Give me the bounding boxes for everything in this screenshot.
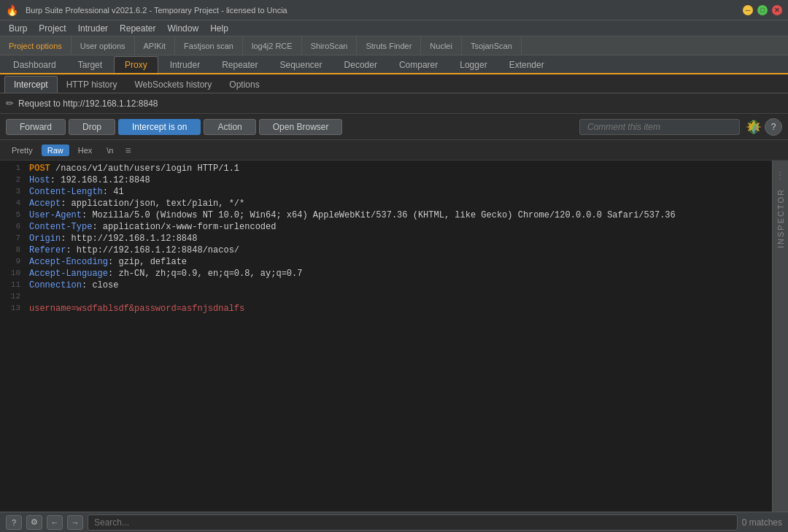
editor-body: 1 POST /nacos/v1/auth/users/login HTTP/1… [0, 161, 788, 512]
subtab-http-history[interactable]: HTTP history [58, 77, 126, 93]
tab-dashboard[interactable]: Dashboard [3, 57, 66, 73]
editor-tab-pretty[interactable]: Pretty [6, 144, 39, 156]
maximize-button[interactable]: □ [757, 5, 768, 15]
status-bar: ? ⚙ ← → 0 matches [0, 512, 788, 532]
code-line-10: 10 Accept-Language: zh-CN, zh;q=0.9, en;… [0, 269, 772, 280]
menu-repeater[interactable]: Repeater [114, 22, 161, 35]
help-button[interactable]: ? [765, 118, 782, 136]
app-logo: 🔥 [6, 4, 18, 16]
request-header: ✏ Request to http://192.168.1.12:8848 [0, 93, 788, 114]
code-line-8: 8 Referer: http://192.168.1.12:8848/naco… [0, 245, 772, 257]
editor-toolbar: Pretty Raw Hex \n ≡ [0, 140, 788, 161]
toolbar-project-options[interactable]: Project options [0, 36, 72, 55]
code-line-7: 7 Origin: http://192.168.1.12:8848 [0, 234, 772, 245]
editor-menu-icon[interactable]: ≡ [125, 144, 131, 156]
tab-sequencer[interactable]: Sequencer [270, 57, 333, 73]
tab-extender[interactable]: Extender [499, 57, 555, 73]
editor-tab-hex[interactable]: Hex [72, 144, 98, 156]
toolbar-shiroscan[interactable]: ShiroScan [302, 36, 358, 55]
tab-target[interactable]: Target [68, 57, 112, 73]
drop-button[interactable]: Drop [69, 119, 115, 135]
forward-nav-button[interactable]: → [67, 515, 83, 530]
tab-logger[interactable]: Logger [449, 57, 497, 73]
subtab-websockets[interactable]: WebSockets history [126, 77, 221, 93]
subtab-intercept[interactable]: Intercept [4, 76, 58, 93]
editor-tab-raw[interactable]: Raw [42, 144, 69, 156]
toolbar-tsojan[interactable]: TsojanScan [462, 36, 522, 55]
action-button[interactable]: Action [204, 119, 255, 135]
menu-bar: Burp Project Intruder Repeater Window He… [0, 20, 788, 36]
inspector-sidebar: ⋮ INSPECTOR [772, 161, 788, 512]
toolbar-user-options[interactable]: User options [72, 36, 135, 55]
menu-project[interactable]: Project [33, 22, 72, 35]
code-line-3: 3 Content-Length: 41 [0, 187, 772, 198]
tab-proxy[interactable]: Proxy [114, 56, 158, 73]
minimize-button[interactable]: ─ [743, 5, 753, 15]
burp-leaf-icon [746, 119, 762, 135]
help-status-button[interactable]: ? [6, 515, 22, 530]
toolbar-apikit[interactable]: APIKit [135, 36, 176, 55]
comment-input[interactable] [579, 119, 740, 135]
sub-nav: Intercept HTTP history WebSockets histor… [0, 74, 788, 93]
close-button[interactable]: ✕ [772, 5, 782, 15]
request-url: Request to http://192.168.1.12:8848 [18, 99, 158, 109]
action-bar: Forward Drop Intercept is on Action Open… [0, 114, 788, 140]
inspector-dots: ⋮ [775, 169, 786, 181]
code-line-11: 11 Connection: close [0, 280, 772, 292]
code-line-13: 13 username=wsdfablsdf&password=asfnjsdn… [0, 304, 772, 315]
inspector-label: INSPECTOR [776, 188, 785, 248]
edit-icon: ✏ [6, 98, 14, 109]
top-toolbar: Project options User options APIKit Fast… [0, 36, 788, 55]
code-line-1: 1 POST /nacos/v1/auth/users/login HTTP/1… [0, 163, 772, 175]
tab-repeater[interactable]: Repeater [212, 57, 268, 73]
menu-help[interactable]: Help [204, 22, 234, 35]
toolbar-log4j2[interactable]: log4j2 RCE [243, 36, 302, 55]
search-input[interactable] [88, 514, 738, 531]
title-bar: 🔥 Burp Suite Professional v2021.6.2 - Te… [0, 0, 788, 20]
tab-decoder[interactable]: Decoder [334, 57, 387, 73]
tab-comparer[interactable]: Comparer [389, 57, 448, 73]
menu-intruder[interactable]: Intruder [72, 22, 114, 35]
open-browser-button[interactable]: Open Browser [259, 119, 343, 135]
menu-window[interactable]: Window [161, 22, 204, 35]
editor-tab-newline[interactable]: \n [101, 144, 119, 156]
toolbar-struts[interactable]: Struts Finder [357, 36, 421, 55]
toolbar-fastjson[interactable]: Fastjson scan [175, 36, 243, 55]
code-line-2: 2 Host: 192.168.1.12:8848 [0, 175, 772, 187]
menu-burp[interactable]: Burp [3, 22, 33, 35]
matches-label: 0 matches [742, 517, 782, 528]
toolbar-nuclei[interactable]: Nuclei [421, 36, 462, 55]
subtab-options[interactable]: Options [220, 77, 268, 93]
forward-button[interactable]: Forward [6, 119, 66, 135]
code-line-4: 4 Accept: application/json, text/plain, … [0, 198, 772, 210]
intercept-button[interactable]: Intercept is on [118, 119, 201, 135]
code-line-5: 5 User-Agent: Mozilla/5.0 (Windows NT 10… [0, 210, 772, 222]
code-editor[interactable]: 1 POST /nacos/v1/auth/users/login HTTP/1… [0, 161, 772, 512]
title-bar-title: Burp Suite Professional v2021.6.2 - Temp… [26, 6, 287, 15]
code-line-12: 12 [0, 292, 772, 304]
main-nav: Dashboard Target Proxy Intruder Repeater… [0, 55, 788, 74]
back-button[interactable]: ← [47, 515, 63, 530]
editor-wrapper: Pretty Raw Hex \n ≡ 1 POST /nacos/v1/aut… [0, 140, 788, 512]
tab-intruder[interactable]: Intruder [160, 57, 210, 73]
code-line-9: 9 Accept-Encoding: gzip, deflate [0, 257, 772, 269]
code-line-6: 6 Content-Type: application/x-www-form-u… [0, 222, 772, 234]
settings-status-button[interactable]: ⚙ [26, 515, 42, 530]
